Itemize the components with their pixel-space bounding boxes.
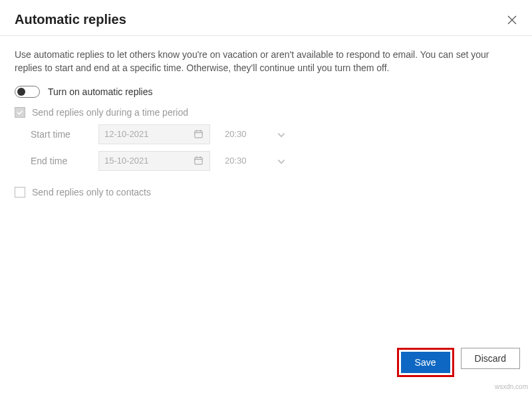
end-date-input[interactable]: 15-10-2021 — [98, 151, 210, 171]
calendar-icon — [194, 129, 204, 140]
end-time-label: End time — [31, 156, 89, 166]
start-time-value[interactable]: 20:30 — [219, 129, 267, 139]
start-date-input[interactable]: 12-10-2021 — [98, 124, 210, 144]
description-text: Use automatic replies to let others know… — [15, 48, 517, 75]
close-icon[interactable] — [507, 15, 517, 25]
end-time-value[interactable]: 20:30 — [219, 156, 267, 166]
dialog-header: Automatic replies — [0, 0, 532, 36]
contacts-only-label: Send replies only to contacts — [32, 187, 151, 197]
start-date-value: 12-10-2021 — [104, 129, 149, 139]
toggle-row: Turn on automatic replies — [15, 86, 517, 98]
time-period-row: Send replies only during a time period — [15, 107, 517, 118]
svg-rect-6 — [195, 157, 202, 164]
end-date-value: 15-10-2021 — [104, 156, 149, 166]
toggle-label: Turn on automatic replies — [48, 86, 152, 97]
automatic-replies-dialog: Automatic replies Use automatic replies … — [0, 0, 532, 393]
start-time-row: Start time 12-10-2021 20:30 — [31, 124, 517, 144]
time-period-label: Send replies only during a time period — [32, 107, 188, 118]
dialog-footer: Save Discard — [0, 338, 532, 393]
dialog-body: Use automatic replies to let others know… — [0, 36, 532, 338]
calendar-icon — [194, 156, 204, 166]
save-button[interactable]: Save — [401, 352, 450, 373]
discard-button[interactable]: Discard — [461, 348, 520, 369]
svg-rect-2 — [195, 130, 202, 137]
start-time-label: Start time — [31, 129, 89, 140]
chevron-down-icon[interactable] — [277, 157, 285, 165]
chevron-down-icon[interactable] — [277, 130, 285, 138]
time-period-checkbox[interactable] — [15, 107, 25, 118]
turn-on-toggle[interactable] — [15, 86, 40, 98]
dialog-title: Automatic replies — [15, 12, 126, 27]
toggle-knob — [17, 88, 25, 96]
contacts-only-row: Send replies only to contacts — [15, 187, 517, 197]
contacts-only-checkbox[interactable] — [15, 187, 25, 197]
credit-text: wsxdn.com — [495, 383, 528, 390]
save-highlight: Save — [397, 348, 454, 377]
end-time-row: End time 15-10-2021 20:30 — [31, 151, 517, 171]
